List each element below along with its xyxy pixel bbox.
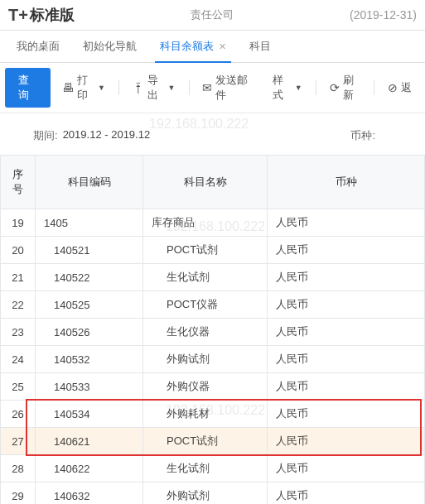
cell-currency: 人民币 xyxy=(268,482,425,505)
cell-code: 140534 xyxy=(36,401,143,428)
table-row[interactable]: 20140521POCT试剂人民币 xyxy=(1,237,425,264)
print-button[interactable]: 🖶 打印 ▼ xyxy=(54,68,113,108)
logo-text: 标准版 xyxy=(30,5,75,25)
mail-icon: ✉ xyxy=(202,81,212,94)
back-icon: ⊘ xyxy=(388,81,398,94)
cell-seq: 23 xyxy=(1,319,36,346)
company-name: 责任公司 xyxy=(75,7,350,22)
cell-currency: 人民币 xyxy=(268,264,425,291)
cell-currency: 人民币 xyxy=(268,209,425,237)
app-header: T+ 标准版 责任公司 (2019-12-31) xyxy=(0,0,425,31)
col-code[interactable]: 科目编码 xyxy=(36,156,143,209)
table-row[interactable]: 191405库存商品人民币 xyxy=(1,209,425,237)
tab-1[interactable]: 初始化导航 xyxy=(71,31,148,62)
tab-2[interactable]: 科目余额表✕ xyxy=(148,31,238,62)
cell-seq: 25 xyxy=(1,373,36,401)
refresh-icon: ⟳ xyxy=(330,81,340,94)
cell-code: 140533 xyxy=(36,373,143,401)
table-row[interactable]: 22140525POCT仪器人民币 xyxy=(1,291,425,319)
cell-currency: 人民币 xyxy=(268,373,425,401)
table-row[interactable]: 26140534外购耗材人民币 xyxy=(1,401,425,428)
table-row[interactable]: 23140526生化仪器人民币 xyxy=(1,319,425,346)
cell-currency: 人民币 xyxy=(268,291,425,319)
refresh-button[interactable]: ⟳ 刷新 xyxy=(321,68,369,108)
cell-currency: 人民币 xyxy=(268,455,425,482)
print-label: 打印 xyxy=(77,73,94,103)
cell-name: 外购试剂 xyxy=(143,482,268,505)
export-label: 导出 xyxy=(147,73,164,103)
sendmail-button[interactable]: ✉ 发送邮件 xyxy=(194,68,261,108)
query-button[interactable]: 查询 xyxy=(5,68,51,108)
cell-name: POCT试剂 xyxy=(143,428,268,455)
cell-name: POCT仪器 xyxy=(143,291,268,319)
cell-code: 140621 xyxy=(36,428,143,455)
cell-seq: 22 xyxy=(1,291,36,319)
toolbar: 查询 🖶 打印 ▼ ⭱ 导出 ▼ ✉ 发送邮件 样式 ▼ ⟳ 刷新 ⊘ 返 xyxy=(0,63,425,113)
divider xyxy=(316,80,316,95)
table-header-row: 序号 科目编码 科目名称 币种 xyxy=(1,156,425,209)
cell-name: 外购仪器 xyxy=(143,373,268,401)
divider xyxy=(374,80,374,95)
header-date: (2019-12-31) xyxy=(350,8,417,22)
col-currency[interactable]: 币种 xyxy=(268,156,425,209)
cell-name: POCT试剂 xyxy=(143,237,268,264)
cell-seq: 26 xyxy=(1,401,36,428)
tab-bar: 我的桌面初始化导航科目余额表✕科目 xyxy=(0,31,425,63)
cell-code: 140622 xyxy=(36,455,143,482)
cell-currency: 人民币 xyxy=(268,428,425,455)
chevron-down-icon: ▼ xyxy=(168,84,176,92)
sendmail-label: 发送邮件 xyxy=(215,73,253,103)
tab-0[interactable]: 我的桌面 xyxy=(5,31,71,62)
table-row[interactable]: 21140522生化试剂人民币 xyxy=(1,264,425,291)
table-container: 192.168.100.222 192.168.100.222 序号 科目编码 … xyxy=(0,155,425,504)
period-label: 期间: xyxy=(33,128,58,143)
back-label: 返 xyxy=(401,80,412,95)
currency-label: 币种: xyxy=(350,129,375,142)
export-button[interactable]: ⭱ 导出 ▼ xyxy=(124,68,184,108)
cell-currency: 人民币 xyxy=(268,319,425,346)
table-row[interactable]: 29140632外购试剂人民币 xyxy=(1,482,425,505)
print-icon: 🖶 xyxy=(62,81,74,94)
cell-code: 140632 xyxy=(36,482,143,505)
cell-currency: 人民币 xyxy=(268,237,425,264)
cell-code: 140525 xyxy=(36,291,143,319)
table-row[interactable]: 27140621POCT试剂人民币 xyxy=(1,428,425,455)
cell-seq: 19 xyxy=(1,209,36,237)
refresh-label: 刷新 xyxy=(343,73,360,103)
balance-table: 序号 科目编码 科目名称 币种 191405库存商品人民币20140521POC… xyxy=(0,155,425,504)
col-name[interactable]: 科目名称 xyxy=(143,156,268,209)
cell-code: 140532 xyxy=(36,346,143,373)
close-icon[interactable]: ✕ xyxy=(219,41,226,51)
table-row[interactable]: 24140532外购试剂人民币 xyxy=(1,346,425,373)
back-button[interactable]: ⊘ 返 xyxy=(379,75,420,100)
cell-code: 140522 xyxy=(36,264,143,291)
style-label: 样式 xyxy=(273,73,291,103)
cell-code: 140521 xyxy=(36,237,143,264)
logo-prefix: T+ xyxy=(8,6,28,25)
cell-seq: 20 xyxy=(1,237,36,264)
table-row[interactable]: 25140533外购仪器人民币 xyxy=(1,373,425,401)
cell-seq: 24 xyxy=(1,346,36,373)
cell-seq: 21 xyxy=(1,264,36,291)
chevron-down-icon: ▼ xyxy=(98,84,105,92)
cell-name: 生化试剂 xyxy=(143,455,268,482)
style-button[interactable]: 样式 ▼ xyxy=(264,68,311,108)
cell-name: 外购试剂 xyxy=(143,346,268,373)
divider xyxy=(189,80,190,95)
table-row[interactable]: 28140622生化试剂人民币 xyxy=(1,455,425,482)
cell-code: 140526 xyxy=(36,319,143,346)
period-value: 2019.12 - 2019.12 xyxy=(63,128,151,143)
cell-name: 生化试剂 xyxy=(143,264,268,291)
cell-name: 生化仪器 xyxy=(143,319,268,346)
cell-currency: 人民币 xyxy=(268,346,425,373)
chevron-down-icon: ▼ xyxy=(295,84,302,92)
tab-3[interactable]: 科目 xyxy=(238,31,283,62)
export-icon: ⭱ xyxy=(133,81,144,94)
cell-code: 1405 xyxy=(36,209,143,237)
col-seq[interactable]: 序号 xyxy=(1,156,36,209)
cell-seq: 29 xyxy=(1,482,36,505)
divider xyxy=(118,80,119,95)
cell-name: 外购耗材 xyxy=(143,401,268,428)
cell-name: 库存商品 xyxy=(143,209,268,237)
info-bar: 期间: 2019.12 - 2019.12 币种: xyxy=(0,113,425,155)
